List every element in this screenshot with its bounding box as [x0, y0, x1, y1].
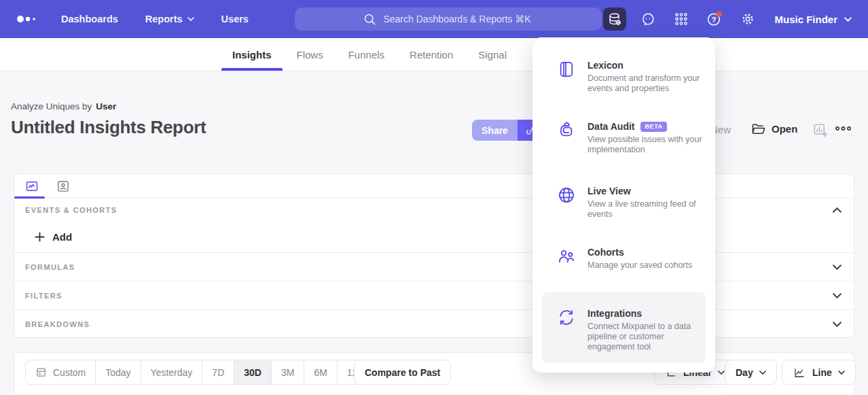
calendar-icon — [35, 366, 47, 378]
chevron-down-icon[interactable] — [833, 293, 842, 298]
menu-item-cohorts[interactable]: Cohorts Manage your saved cohorts — [557, 247, 703, 271]
date-range-control: Custom Today Yesterday 7D 30D 3M 6M 12M — [25, 360, 376, 385]
search-input[interactable] — [383, 14, 532, 24]
more-options-button[interactable] — [835, 125, 852, 132]
section-formulas[interactable]: FORMULAS — [14, 253, 854, 281]
tab-signal[interactable]: Signal — [477, 38, 508, 71]
chevron-down-icon — [838, 371, 845, 375]
chevron-up-icon[interactable] — [833, 207, 842, 213]
analyze-subtitle: Analyze Uniques byUser — [11, 101, 116, 111]
line-chart-tab-icon — [24, 179, 39, 193]
chevron-down-icon — [844, 17, 852, 22]
menu-item-lexicon[interactable]: Lexicon Document and transform your even… — [557, 60, 703, 94]
data-audit-icon — [557, 121, 576, 140]
project-switcher[interactable]: Music Finder — [774, 14, 852, 25]
nav-dashboards[interactable]: Dashboards — [61, 14, 118, 24]
add-to-board-button[interactable] — [812, 122, 828, 138]
share-label[interactable]: Share — [472, 120, 518, 141]
chart-plus-icon — [812, 122, 828, 138]
section-events-cohorts[interactable]: EVENTS & COHORTS — [14, 199, 854, 222]
lexicon-book-icon — [557, 60, 576, 79]
svg-text:?: ? — [712, 16, 717, 24]
sync-arrows-icon — [557, 308, 576, 327]
tab-flows[interactable]: Flows — [295, 38, 325, 71]
help-button[interactable]: ? — [703, 7, 726, 31]
nav-reports[interactable]: Reports — [145, 14, 194, 24]
page-title[interactable]: Untitled Insights Report — [11, 117, 206, 138]
add-event-button[interactable]: Add — [35, 231, 72, 243]
chevron-down-icon — [187, 17, 194, 21]
builder-tab-users[interactable] — [54, 178, 73, 194]
chevron-down-icon — [718, 371, 725, 375]
range-7d[interactable]: 7D — [202, 360, 234, 384]
tab-retention[interactable]: Retention — [408, 38, 454, 71]
top-navigation-bar: Dashboards Reports Users ? Music Finder — [0, 0, 868, 38]
tab-insights[interactable]: Insights — [231, 38, 273, 71]
messages-button[interactable] — [636, 7, 659, 31]
folder-icon — [751, 122, 765, 135]
range-today[interactable]: Today — [95, 360, 140, 384]
user-profile-tab-icon — [56, 179, 70, 193]
search-icon — [363, 13, 376, 26]
chevron-down-icon[interactable] — [833, 322, 842, 327]
chevron-down-icon — [759, 371, 766, 375]
range-3m[interactable]: 3M — [271, 360, 304, 384]
compare-to-past-button[interactable]: Compare to Past — [354, 360, 451, 385]
range-30d[interactable]: 30D — [234, 360, 271, 384]
interval-dropdown[interactable]: Day — [725, 360, 777, 385]
tab-funnels[interactable]: Funnels — [347, 38, 386, 71]
data-management-button[interactable] — [603, 7, 626, 31]
top-icon-cluster: ? — [603, 7, 759, 31]
question-circle-icon: ? — [706, 11, 723, 27]
section-breakdowns[interactable]: BREAKDOWNS — [14, 310, 854, 339]
open-report-button[interactable]: Open — [751, 122, 797, 135]
events-add-row: Add — [14, 222, 854, 253]
primary-nav: Dashboards Reports Users — [61, 14, 249, 24]
plus-icon — [35, 232, 45, 242]
range-yesterday[interactable]: Yesterday — [141, 360, 202, 384]
menu-item-live-view[interactable]: Live View View a live streaming feed of … — [557, 186, 703, 220]
analyze-entity[interactable]: User — [96, 101, 116, 111]
range-6m[interactable]: 6M — [304, 360, 336, 384]
nav-users[interactable]: Users — [221, 14, 249, 24]
report-type-tabs: Insights Flows Funnels Retention Signal … — [0, 38, 868, 71]
apps-grid-button[interactable] — [670, 7, 693, 31]
gear-icon — [740, 12, 755, 27]
builder-tabs — [14, 174, 854, 199]
settings-button[interactable] — [736, 7, 759, 31]
builder-tab-metrics[interactable] — [22, 178, 41, 194]
data-management-menu: Lexicon Document and transform your even… — [532, 37, 715, 373]
speech-bubble-icon — [640, 12, 655, 27]
chart-type-dropdown[interactable]: Line — [782, 360, 856, 385]
section-filters[interactable]: FILTERS — [14, 281, 854, 310]
menu-item-integrations[interactable]: Integrations Connect Mixpanel to a data … — [557, 308, 703, 352]
ellipsis-icon — [835, 125, 852, 132]
line-chart-icon — [793, 366, 806, 379]
grid-dots-icon — [674, 12, 689, 27]
menu-item-data-audit[interactable]: Data AuditBETA View possible issues with… — [557, 121, 703, 155]
cohorts-people-icon — [557, 247, 576, 266]
database-gear-icon — [607, 12, 622, 27]
chart-controls-panel: Custom Today Yesterday 7D 30D 3M 6M 12M … — [14, 352, 854, 395]
chevron-down-icon[interactable] — [833, 264, 842, 270]
global-search[interactable] — [295, 7, 602, 31]
globe-icon — [557, 186, 576, 205]
query-builder-panel: EVENTS & COHORTS Add FORMULAS FILTERS BR… — [14, 173, 854, 338]
project-name: Music Finder — [774, 14, 837, 25]
beta-badge: BETA — [640, 122, 666, 132]
mixpanel-logo-icon[interactable] — [16, 14, 41, 24]
range-custom[interactable]: Custom — [26, 360, 95, 384]
